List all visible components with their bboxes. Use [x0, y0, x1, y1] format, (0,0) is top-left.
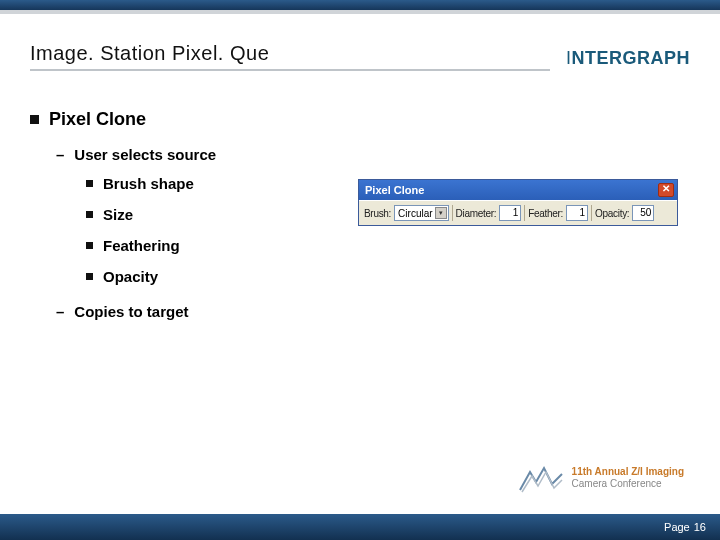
bullet-item-2: Feathering — [86, 237, 340, 254]
square-bullet-icon — [30, 115, 39, 124]
bullet-item-0: Brush shape — [86, 175, 340, 192]
bullet-item-0-text: Brush shape — [103, 175, 194, 192]
title-underline — [30, 69, 550, 71]
slide-title: Image. Station Pixel. Que — [30, 42, 566, 69]
pixel-clone-toolbar: Pixel Clone ✕ Brush: Circular ▾ Diameter… — [358, 179, 678, 226]
page-number: 16 — [694, 521, 706, 533]
top-accent-bar — [0, 0, 720, 10]
diameter-input[interactable]: 1 — [499, 205, 521, 221]
page-label: Page — [664, 521, 690, 533]
toolbar-body: Brush: Circular ▾ Diameter: 1 Feather: 1… — [359, 200, 677, 225]
feather-label: Feather: — [528, 208, 563, 219]
footer-bar: Page 16 — [0, 514, 720, 540]
brush-dropdown[interactable]: Circular ▾ — [394, 205, 448, 221]
brush-label: Brush: — [364, 208, 391, 219]
dash-bullet-icon: – — [56, 146, 64, 163]
mountain-icon — [518, 462, 564, 494]
square-bullet-icon — [86, 242, 93, 249]
brush-value: Circular — [398, 208, 432, 219]
bullet-main-text: Pixel Clone — [49, 109, 146, 130]
slide-header: Image. Station Pixel. Que IINTERGRAPHNTE… — [0, 14, 720, 71]
slide-content: Pixel Clone – User selects source Brush … — [0, 71, 720, 320]
square-bullet-icon — [86, 273, 93, 280]
bullet-sub-2: – Copies to target — [56, 303, 690, 320]
bullet-main: Pixel Clone — [30, 109, 690, 130]
separator — [591, 205, 592, 221]
toolbar-title-text: Pixel Clone — [365, 184, 424, 196]
bullet-sub-2-text: Copies to target — [74, 303, 188, 320]
dash-bullet-icon: – — [56, 303, 64, 320]
bullet-item-2-text: Feathering — [103, 237, 180, 254]
feather-input[interactable]: 1 — [566, 205, 588, 221]
conference-line-1: 11th Annual Z/I Imaging — [572, 466, 684, 478]
bullet-item-3-text: Opacity — [103, 268, 158, 285]
brand-logo: IINTERGRAPHNTERGRAPH — [566, 48, 690, 71]
bullet-item-1-text: Size — [103, 206, 133, 223]
close-button[interactable]: ✕ — [658, 183, 674, 197]
square-bullet-icon — [86, 180, 93, 187]
chevron-down-icon[interactable]: ▾ — [435, 207, 447, 219]
separator — [524, 205, 525, 221]
square-bullet-icon — [86, 211, 93, 218]
bullet-sub-1: – User selects source — [56, 146, 690, 163]
bullet-sub-1-text: User selects source — [74, 146, 216, 163]
opacity-label: Opacity: — [595, 208, 629, 219]
toolbar-titlebar[interactable]: Pixel Clone ✕ — [359, 180, 677, 200]
bullet-item-3: Opacity — [86, 268, 340, 285]
opacity-input[interactable]: 50 — [632, 205, 654, 221]
diameter-label: Diameter: — [456, 208, 497, 219]
conference-line-2: Camera Conference — [572, 478, 684, 490]
bullet-item-1: Size — [86, 206, 340, 223]
separator — [452, 205, 453, 221]
conference-logo: 11th Annual Z/I Imaging Camera Conferenc… — [518, 462, 684, 494]
